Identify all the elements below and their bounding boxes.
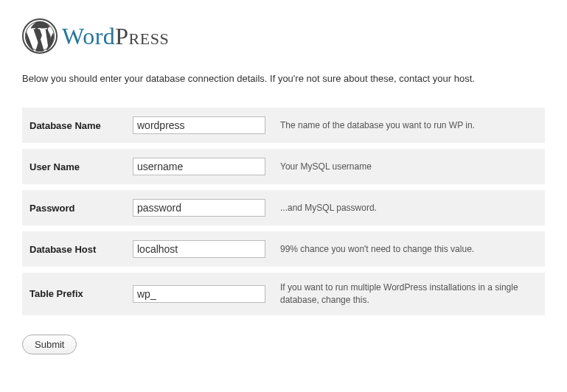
table-row: Password ...and MySQL password. — [22, 190, 545, 225]
table-row: Table Prefix If you want to run multiple… — [22, 273, 545, 315]
wordpress-logo: WordPress — [22, 18, 545, 54]
username-desc: Your MySQL username — [273, 149, 545, 184]
database-host-label: Database Host — [22, 231, 125, 267]
table-row: Database Name The name of the database y… — [22, 108, 545, 143]
table-prefix-input[interactable] — [133, 285, 265, 303]
password-desc: ...and MySQL password. — [273, 190, 545, 225]
table-row: Database Host 99% chance you won't need … — [22, 231, 545, 267]
username-label: User Name — [22, 149, 125, 184]
database-host-desc: 99% chance you won't need to change this… — [273, 231, 545, 267]
intro-text: Below you should enter your database con… — [22, 72, 545, 85]
password-input[interactable] — [133, 199, 265, 217]
database-host-input[interactable] — [133, 240, 265, 258]
database-form: Database Name The name of the database y… — [22, 102, 545, 321]
submit-button[interactable]: Submit — [22, 335, 77, 354]
database-name-label: Database Name — [22, 108, 125, 143]
password-label: Password — [22, 190, 125, 225]
database-name-input[interactable] — [133, 116, 265, 134]
table-prefix-desc: If you want to run multiple WordPress in… — [273, 273, 545, 315]
username-input[interactable] — [133, 158, 265, 175]
table-row: User Name Your MySQL username — [22, 149, 545, 184]
table-prefix-label: Table Prefix — [22, 273, 125, 315]
wordpress-logo-text: WordPress — [62, 23, 169, 50]
wordpress-logo-icon — [22, 18, 58, 54]
database-name-desc: The name of the database you want to run… — [273, 108, 545, 143]
